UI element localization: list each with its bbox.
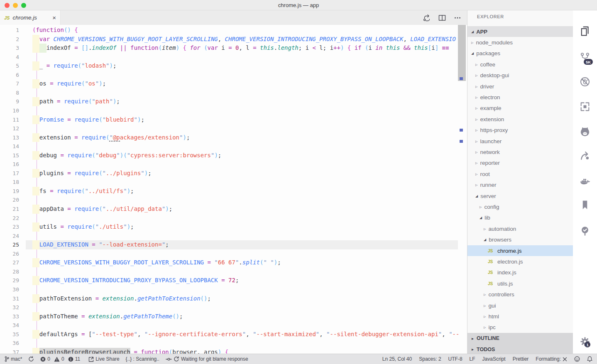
code-line[interactable]: path = require("path"); — [32, 97, 120, 106]
chevron-collapsed-icon[interactable]: ▹ — [475, 62, 478, 67]
tree-folder-driver[interactable]: ▹driver — [467, 81, 573, 92]
debug-disabled-icon[interactable] — [579, 76, 591, 88]
chevron-collapsed-icon[interactable]: ▹ — [475, 160, 478, 166]
editor-scrollbar[interactable] — [458, 25, 466, 354]
tree-folder-node-modules[interactable]: ▹node_modules — [467, 37, 573, 48]
compare-changes-icon[interactable] — [423, 14, 431, 22]
chevron-collapsed-icon[interactable]: ▹ — [475, 84, 478, 89]
chevron-expanded-icon[interactable]: ◢ — [471, 51, 474, 55]
code-line[interactable]: appData = require("../util/app_data"); — [32, 205, 172, 214]
tree-folder-electron[interactable]: ▹electron — [467, 92, 573, 103]
code-editor[interactable]: 1(function() {2 var CHROME_VERSIONS_WITH… — [0, 25, 467, 354]
chevron-collapsed-icon[interactable]: ▹ — [475, 117, 478, 122]
status-encoding[interactable]: UTF-8 — [448, 356, 462, 362]
status-language-mode[interactable]: JavaScript — [482, 356, 506, 362]
tree-file-utils-js[interactable]: JSutils.js — [467, 278, 573, 289]
tree-folder-automation[interactable]: ▹automation — [467, 223, 573, 234]
tree-folder-server[interactable]: ◢server — [467, 191, 573, 201]
status-feedback-smiley[interactable] — [574, 356, 580, 362]
chevron-collapsed-icon[interactable]: ▹ — [484, 292, 486, 297]
tree-folder-root[interactable]: ▹root — [467, 169, 573, 179]
tab-chrome-js[interactable]: JS chrome.js × — [0, 10, 61, 25]
code-line[interactable]: utils = require("./utils"); — [32, 222, 134, 232]
status-indentation[interactable]: Spaces: 2 — [419, 356, 441, 362]
tree-folder-gui[interactable]: ▹gui — [467, 300, 573, 311]
tree-folder-https-proxy[interactable]: ▹https-proxy — [467, 125, 573, 136]
todos-section-header[interactable]: ▸ TODOS — [467, 344, 573, 354]
code-line[interactable]: _ = require("lodash"); — [32, 61, 116, 71]
tree-folder-launcher[interactable]: ▹launcher — [467, 136, 573, 147]
status-formatting-toggle[interactable]: Formatting: — [536, 356, 567, 362]
tree-file-electron-js[interactable]: JSelectron.js — [467, 256, 573, 267]
chevron-collapsed-icon[interactable]: ▹ — [475, 171, 478, 177]
tree-folder-coffee[interactable]: ▹coffee — [467, 59, 573, 70]
tree-folder-desktop-gui[interactable]: ▹desktop-gui — [467, 70, 573, 81]
tree-folder-browsers[interactable]: ◢browsers — [467, 235, 573, 245]
tree-file-index-js[interactable]: JSindex.js — [467, 267, 573, 278]
code-line[interactable]: pluginsBeforeBrowserLaunch = function(br… — [32, 348, 228, 354]
extensions-icon[interactable] — [579, 101, 591, 112]
tree-folder-lib[interactable]: ◢lib — [467, 213, 573, 223]
tree-folder-example[interactable]: ▹example — [467, 103, 573, 114]
status-live-share[interactable]: Live Share — [88, 356, 119, 362]
chevron-expanded-icon[interactable]: ◢ — [475, 194, 478, 198]
code-line[interactable]: var CHROME_VERSIONS_WITH_BUGGY_ROOT_LAYE… — [32, 35, 456, 44]
code-line[interactable]: pathToTheme = extension.getPathToTheme()… — [32, 312, 183, 321]
code-line[interactable]: plugins = require("../plugins"); — [32, 169, 152, 178]
gitlens-icon[interactable] — [579, 150, 591, 161]
project-manager-icon[interactable] — [579, 225, 591, 237]
tree-folder-reporter[interactable]: ▹reporter — [467, 158, 573, 169]
chevron-collapsed-icon[interactable]: ▹ — [475, 139, 478, 144]
code-line[interactable]: defaultArgs = ["--test-type", "--ignore-… — [32, 330, 459, 339]
chevron-expanded-icon[interactable]: ◢ — [480, 216, 482, 220]
status-sync[interactable] — [28, 356, 34, 362]
chevron-collapsed-icon[interactable]: ▹ — [480, 204, 482, 210]
close-tab-icon[interactable]: × — [52, 15, 56, 21]
more-actions-icon[interactable] — [453, 14, 462, 22]
explorer-icon[interactable] — [579, 26, 591, 37]
code-line[interactable]: LOAD_EXTENSION = "--load-extension="; — [32, 240, 169, 249]
code-line[interactable]: debug = require("debug")("cypress:server… — [32, 151, 221, 160]
chevron-collapsed-icon[interactable]: ▹ — [471, 40, 474, 45]
chevron-collapsed-icon[interactable]: ▹ — [475, 127, 478, 133]
tree-root-app[interactable]: ◢ APP — [467, 26, 573, 37]
tree-folder-config[interactable]: ▹config — [467, 201, 573, 212]
status-eol[interactable]: LF — [470, 356, 475, 362]
status-cursor-position[interactable]: Ln 25, Col 40 — [382, 356, 412, 362]
chevron-collapsed-icon[interactable]: ▹ — [484, 325, 486, 330]
github-icon[interactable] — [579, 126, 591, 137]
code-line[interactable]: indexOf = [].indexOf || function(item) {… — [32, 44, 449, 53]
tree-folder-extension[interactable]: ▹extension — [467, 114, 573, 125]
status-git-branch[interactable]: mac* — [5, 356, 22, 362]
status-problems[interactable]: 0011 — [40, 356, 82, 362]
tree-folder-ipc[interactable]: ▹ipc — [467, 322, 573, 333]
tree-folder-controllers[interactable]: ▹controllers — [467, 289, 573, 300]
tree-folder-runner[interactable]: ▹runner — [467, 180, 573, 191]
outline-section-header[interactable]: ▸ OUTLINE — [467, 333, 573, 344]
chevron-expanded-icon[interactable]: ◢ — [484, 238, 486, 242]
chevron-collapsed-icon[interactable]: ▹ — [475, 149, 478, 155]
bookmarks-icon[interactable] — [579, 199, 591, 211]
docker-icon[interactable] — [579, 176, 591, 187]
chevron-collapsed-icon[interactable]: ▹ — [484, 314, 486, 319]
scrollbar-thumb[interactable] — [458, 25, 466, 81]
code-line[interactable]: fs = require("../util/fs"); — [32, 187, 134, 196]
chevron-collapsed-icon[interactable]: ▹ — [475, 182, 478, 188]
code-line[interactable]: CHROME_VERSIONS_WITH_BUGGY_ROOT_LAYER_SC… — [32, 258, 281, 267]
tree-folder-packages[interactable]: ◢packages — [467, 48, 573, 59]
code-line[interactable]: os = require("os"); — [32, 79, 106, 88]
tree-folder-network[interactable]: ▹network — [467, 147, 573, 157]
tree-file-chrome-js[interactable]: JSchrome.js — [467, 245, 573, 256]
code-line[interactable]: pathToExtension = extension.getPathToExt… — [32, 294, 211, 303]
status-scanning[interactable]: {..} : Scanning.. — [126, 356, 159, 362]
chevron-collapsed-icon[interactable]: ▹ — [484, 303, 486, 308]
chevron-expanded-icon[interactable]: ◢ — [471, 30, 474, 34]
code-line[interactable]: Promise = require("bluebird"); — [32, 115, 144, 125]
code-line[interactable]: (function() { — [32, 26, 78, 35]
status-git-blame[interactable]: Waiting for git blame response — [166, 356, 248, 362]
code-line[interactable]: CHROME_VERSION_INTRODUCING_PROXY_BYPASS_… — [32, 276, 239, 285]
chevron-collapsed-icon[interactable]: ▹ — [475, 73, 478, 78]
status-notifications-bell[interactable] — [587, 356, 592, 362]
chevron-collapsed-icon[interactable]: ▹ — [475, 105, 478, 111]
chevron-collapsed-icon[interactable]: ▹ — [484, 226, 486, 232]
